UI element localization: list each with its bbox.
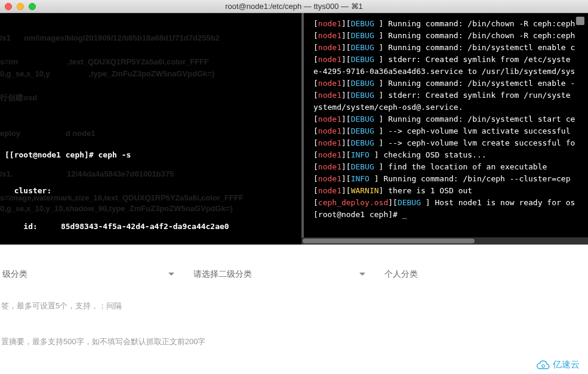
terminal-line: [ceph_deploy.osd][DEBUG ] Host node1 is … bbox=[313, 197, 583, 209]
terminal-line: health: HEALTH_WARN bbox=[5, 256, 297, 268]
window-titlebar: root@node1:/etc/ceph — ttys000 — ⌘1 bbox=[0, 0, 588, 13]
chevron-down-icon bbox=[359, 273, 365, 276]
ghost-text: 行创建osd bbox=[0, 92, 37, 104]
terminal-line: [node1][DEBUG ] Running command: /bin/ch… bbox=[313, 18, 583, 30]
ghost-text: 0,g_se,x_10,y_10,shadow_90,type_ZmFuZ3po… bbox=[0, 203, 233, 215]
ghost-text: s=im ,text_QDUXQ1RP5Y2a5a6i,color_FFFF bbox=[0, 56, 209, 68]
minimize-window-button[interactable] bbox=[17, 3, 24, 10]
horizontal-scrollbar[interactable] bbox=[301, 237, 588, 245]
terminal-line: [[root@node1 ceph]# ceph -s bbox=[5, 149, 297, 161]
terminal-line: [node1][DEBUG ] --> ceph-volume lvm acti… bbox=[313, 125, 583, 137]
scroll-indicator-icon[interactable] bbox=[576, 17, 584, 25]
ghost-text: /s1. 12/44da4a5843e7d61001b375 bbox=[0, 168, 174, 180]
terminal-line: e-4295-9716-0a36a5ea4d63.service to /usr… bbox=[313, 66, 583, 78]
terminal-line: [node1][INFO ] Running command: /bin/cep… bbox=[313, 173, 583, 185]
terminal-right-pane[interactable]: [node1][DEBUG ] Running command: /bin/ch… bbox=[301, 13, 588, 245]
yisu-cloud-badge[interactable]: 亿速云 bbox=[532, 358, 583, 372]
ghost-text: 0,g_se,x_10,y ,type_ZmFuZ3poZW5naGVpdGk=… bbox=[0, 68, 214, 80]
close-window-button[interactable] bbox=[5, 3, 12, 10]
terminal-line: services: bbox=[5, 364, 297, 374]
terminal-prompt: [root@node1 ceph]# _ bbox=[313, 209, 583, 221]
personal-category-input[interactable]: 个人分类 bbox=[383, 264, 550, 285]
terminal-area: /s1 om/images/blog/201909/12/b85b18a68d1… bbox=[0, 13, 588, 245]
badge-label: 亿速云 bbox=[553, 359, 580, 370]
cloud-icon bbox=[536, 360, 550, 370]
terminal-line: [node1][INFO ] checking OSD status... bbox=[313, 149, 583, 161]
ghost-text: eploy d node1 bbox=[0, 128, 96, 140]
terminal-line: [node1][DEBUG ] stderr: Created symlink … bbox=[313, 89, 583, 101]
terminal-line: cluster: bbox=[5, 185, 297, 197]
terminal-line: [node1][DEBUG ] Running command: /bin/sy… bbox=[313, 42, 583, 54]
ghost-text: /s1 om/images/blog/201909/12/b85b18a68d1… bbox=[0, 32, 220, 44]
terminal-line: ystemd/system/ceph-osd@.service. bbox=[313, 101, 583, 113]
traffic-lights bbox=[5, 3, 36, 10]
terminal-line: [node1][DEBUG ] find the location of an … bbox=[313, 161, 583, 173]
terminal-line: [node1][DEBUG ] stderr: Created symlink … bbox=[313, 54, 583, 66]
terminal-line: [node1][DEBUG ] --> ceph-volume lvm crea… bbox=[313, 137, 583, 149]
input-placeholder: 个人分类 bbox=[384, 269, 418, 279]
scrollbar-thumb[interactable] bbox=[303, 239, 475, 243]
terminal-line: [node1][DEBUG ] Running command: /bin/sy… bbox=[313, 113, 583, 125]
terminal-line: id: 85d98343-4f5a-42d4-a4f2-da9ca44c2ae0 bbox=[5, 221, 297, 233]
terminal-line: no active mgr bbox=[5, 292, 297, 304]
svg-point-0 bbox=[542, 364, 545, 367]
maximize-window-button[interactable] bbox=[29, 3, 36, 10]
window-title: root@node1:/etc/ceph — ttys000 — ⌘1 bbox=[225, 2, 363, 11]
terminal-line: [node1][DEBUG ] Running command: /bin/ch… bbox=[313, 30, 583, 42]
terminal-left-pane[interactable]: /s1 om/images/blog/201909/12/b85b18a68d1… bbox=[0, 13, 301, 245]
terminal-line: [node1][DEBUG ] Running command: /bin/sy… bbox=[313, 78, 583, 89]
terminal-line: [node1][WARNIN] there is 1 OSD out bbox=[313, 185, 583, 197]
